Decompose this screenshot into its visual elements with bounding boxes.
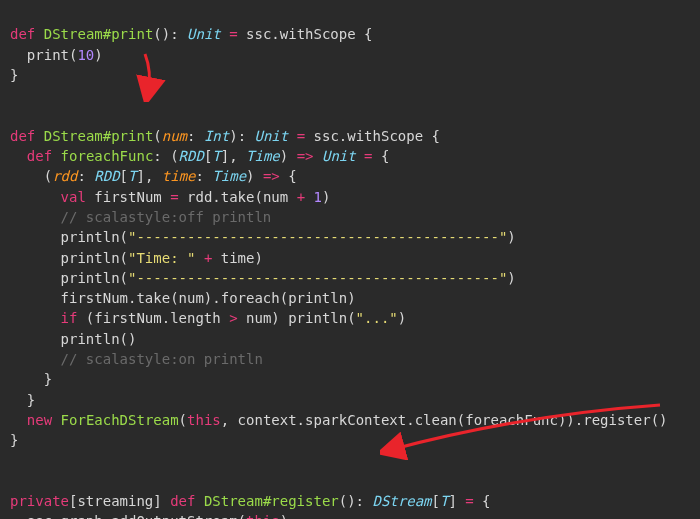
line: println("-------------------------------… [10, 270, 516, 286]
line: def foreachFunc: (RDD[T], Time) => Unit … [10, 148, 389, 164]
line: // scalastyle:off println [10, 209, 271, 225]
line: // scalastyle:on println [10, 351, 263, 367]
method-name: DStream#print [44, 26, 154, 42]
line: def DStream#print(): Unit = ssc.withScop… [10, 26, 372, 42]
code-block: def DStream#print(): Unit = ssc.withScop… [0, 0, 700, 519]
line: } [10, 371, 52, 387]
line: val firstNum = rdd.take(num + 1) [10, 189, 330, 205]
method-name: DStream#register [204, 493, 339, 509]
line: def DStream#print(num: Int): Unit = ssc.… [10, 128, 440, 144]
line: if (firstNum.length > num) println("..."… [10, 310, 406, 326]
line: new ForEachDStream(this, context.sparkCo… [10, 412, 668, 428]
line: private[streaming] def DStream#register(… [10, 493, 491, 509]
line: firstNum.take(num).foreach(println) [10, 290, 356, 306]
arrow-to-register-icon [380, 400, 680, 460]
method-name: DStream#print [44, 128, 154, 144]
line: } [10, 67, 18, 83]
comment: // scalastyle:off println [61, 209, 272, 225]
line: println("-------------------------------… [10, 229, 516, 245]
line: println("Time: " + time) [10, 250, 263, 266]
line: println() [10, 331, 136, 347]
line: ssc.graph.addOutputStream(this) [10, 513, 288, 519]
line: print(10) [10, 47, 103, 63]
line: (rdd: RDD[T], time: Time) => { [10, 168, 297, 184]
arrow-down-icon [130, 52, 170, 102]
kw-def: def [10, 26, 35, 42]
comment: // scalastyle:on println [61, 351, 263, 367]
line: } [10, 392, 35, 408]
line: } [10, 432, 18, 448]
